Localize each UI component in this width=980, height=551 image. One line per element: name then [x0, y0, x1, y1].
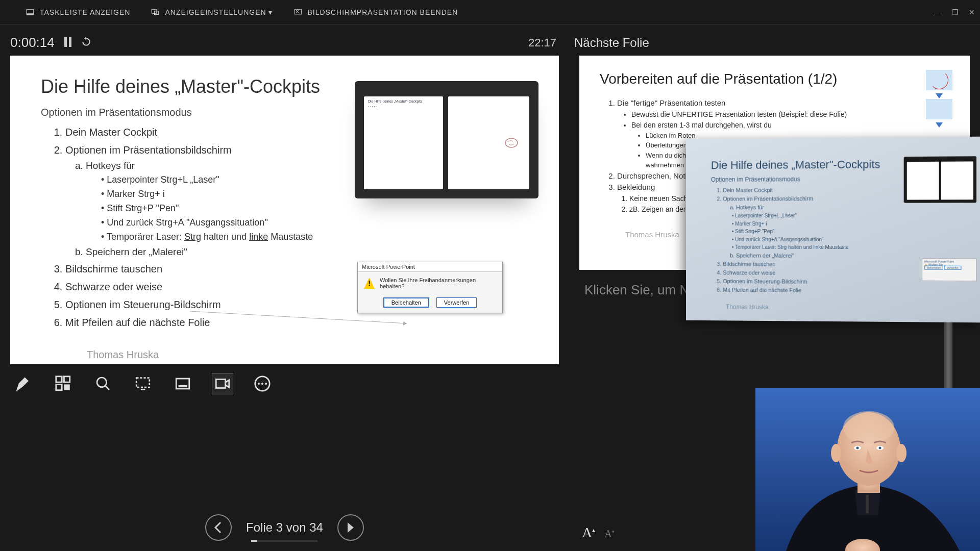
slide-counter: Folie 3 von 34 [246, 520, 323, 535]
more-icon [254, 375, 271, 392]
display-settings-label: ANZEIGEEINSTELLUNGEN ▾ [165, 8, 273, 16]
black-screen-tool[interactable] [133, 373, 153, 394]
presenter-video [755, 388, 980, 551]
svg-rect-8 [69, 37, 71, 47]
dialog-message: Wollen Sie Ihre Freihandanmerkungen beha… [380, 277, 496, 289]
display-settings-icon [151, 8, 160, 17]
current-slide[interactable]: Die Hilfe deines „Master"-Cockpits Optio… [10, 56, 559, 364]
hotkey-item: Und zurück Strg+A "Ausgangssituation" [101, 216, 528, 230]
restart-icon [81, 37, 91, 47]
svg-point-35 [856, 447, 859, 449]
svg-rect-14 [56, 384, 62, 390]
zoom-tool[interactable] [93, 373, 113, 394]
decorative-pillar [944, 321, 952, 388]
next-slide-shapes [926, 70, 952, 128]
svg-rect-2 [152, 9, 157, 13]
timer-row: 0:00:14 22:17 Nächste Folie [0, 24, 980, 56]
ink-annotations-dialog: Microsoft PowerPoint ! Wollen Sie Ihre F… [357, 262, 503, 313]
restart-timer-button[interactable] [81, 37, 91, 49]
svg-point-37 [879, 447, 881, 449]
more-tool[interactable] [252, 373, 273, 394]
svg-rect-7 [64, 37, 67, 47]
slide-navigation: Folie 3 von 34 [0, 514, 569, 541]
end-slideshow-button[interactable]: BILDSCHIRMPRÄSENTATION BEENDEN [293, 8, 458, 17]
play-right-icon [346, 521, 356, 534]
chevron-left-icon [213, 521, 224, 534]
minimize-button[interactable]: — [935, 8, 942, 16]
monitor-dashed-icon [134, 375, 152, 392]
grid-icon [55, 375, 72, 392]
end-slideshow-icon [293, 8, 303, 17]
svg-point-24 [258, 383, 260, 385]
svg-point-25 [261, 383, 263, 385]
end-slideshow-label: BILDSCHIRMPRÄSENTATION BEENDEN [308, 8, 458, 16]
restore-button[interactable]: ❐ [952, 8, 959, 16]
top-toolbar: TASKLEISTE ANZEIGEN ANZEIGEEINSTELLUNGEN… [0, 0, 980, 24]
keep-button[interactable]: Beibehalten [383, 297, 429, 308]
next-slide-button[interactable] [337, 514, 364, 541]
pause-button[interactable] [64, 37, 72, 49]
see-all-slides-tool[interactable] [53, 373, 74, 394]
close-button[interactable]: ✕ [969, 8, 975, 16]
warning-icon: ! [364, 278, 375, 289]
svg-point-31 [843, 411, 894, 444]
svg-point-16 [97, 378, 107, 387]
svg-point-9 [505, 138, 518, 147]
svg-rect-28 [866, 495, 869, 513]
clock-time: 22:17 [528, 36, 569, 49]
dialog-title: Microsoft PowerPoint [358, 262, 502, 272]
pen-icon [15, 375, 32, 392]
pen-tool[interactable] [13, 373, 34, 394]
svg-rect-18 [136, 378, 150, 387]
svg-rect-13 [64, 377, 69, 382]
overlay-photo-slide: Die Hilfe deines „Master"-Cockpits Optio… [686, 137, 980, 323]
svg-rect-12 [56, 377, 62, 382]
subtitle-icon [174, 375, 191, 392]
increase-font-button[interactable]: A▴ [582, 524, 595, 541]
window-controls: — ❐ ✕ [935, 0, 975, 24]
magnifier-icon [95, 375, 111, 392]
discard-button[interactable]: Verwerfen [436, 297, 477, 308]
svg-point-33 [896, 444, 906, 462]
decrease-font-button[interactable]: A▾ [604, 528, 614, 540]
pause-icon [64, 37, 72, 47]
font-size-controls: A▴ A▾ [582, 524, 615, 541]
outline-subitem: Speichern der „Malerei" [86, 244, 528, 259]
show-taskbar-button[interactable]: TASKLEISTE ANZEIGEN [26, 8, 130, 17]
camera-tool[interactable] [212, 373, 233, 394]
next-slide-label: Nächste Folie [569, 36, 649, 50]
hotkey-item: Stift Strg+P "Pen" [101, 202, 528, 216]
webcam-preview[interactable] [755, 388, 980, 551]
camera-icon [214, 375, 231, 392]
elapsed-time: 0:00:14 [10, 35, 55, 51]
subtitle-tool[interactable] [173, 373, 193, 394]
svg-rect-15 [64, 384, 69, 390]
slide-embedded-screenshot: Die Hilfe deines „Master"-Cockpits • • •… [355, 81, 538, 198]
brain-icon [504, 137, 519, 149]
slide-author: Thomas Hruska [87, 349, 528, 361]
presenter-toolstrip [10, 364, 559, 403]
next-slide-title: Vorbereiten auf die Präsentation (1/2) [600, 71, 949, 87]
progress-bar [251, 540, 317, 542]
svg-point-26 [265, 383, 267, 385]
svg-line-17 [105, 386, 109, 390]
svg-rect-22 [216, 380, 225, 388]
hotkey-item: Temporärer Laser: Strg halten und linke … [101, 230, 528, 244]
taskbar-icon [26, 8, 35, 17]
svg-rect-1 [27, 13, 34, 15]
display-settings-button[interactable]: ANZEIGEEINSTELLUNGEN ▾ [151, 8, 273, 17]
svg-rect-21 [179, 385, 187, 387]
outline-item: Mit Pfeilen auf die nächste Folie [65, 315, 528, 331]
svg-point-32 [831, 444, 841, 462]
show-taskbar-label: TASKLEISTE ANZEIGEN [40, 8, 130, 16]
prev-slide-button[interactable] [205, 514, 232, 541]
